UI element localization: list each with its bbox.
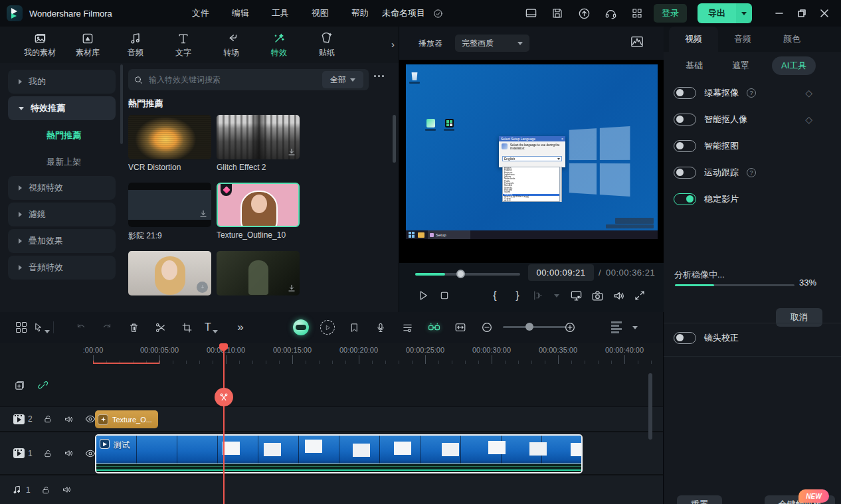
download-icon[interactable] xyxy=(287,147,296,157)
more-tools-icon[interactable]: » xyxy=(233,319,248,335)
apps-grid-icon[interactable] xyxy=(627,5,647,22)
tab-audio[interactable]: 音频 xyxy=(112,32,159,58)
smart-cutout-toggle[interactable] xyxy=(674,140,696,152)
timeline-zoom-slider[interactable] xyxy=(503,326,567,328)
mute-icon[interactable] xyxy=(61,484,73,496)
export-button[interactable]: 导出 xyxy=(698,3,752,23)
effect-item-texture-outline[interactable]: Texture_Outline_10 xyxy=(217,183,300,240)
menu-edit[interactable]: 编辑 xyxy=(232,7,249,19)
clip-texture-outline[interactable]: Texture_O... xyxy=(95,410,158,428)
menu-file[interactable]: 文件 xyxy=(192,7,209,19)
link-clips-icon[interactable] xyxy=(36,378,50,392)
upload-cloud-icon[interactable] xyxy=(574,5,594,22)
help-icon[interactable]: ? xyxy=(747,168,756,177)
lock-icon[interactable] xyxy=(42,413,54,425)
tab-my-media[interactable]: 我的素材 xyxy=(16,32,64,58)
track-height-icon[interactable] xyxy=(608,319,624,335)
voiceover-mic-icon[interactable] xyxy=(373,319,389,335)
close-button[interactable] xyxy=(813,0,836,27)
subtab-basic[interactable]: 基础 xyxy=(686,60,703,72)
delete-icon[interactable] xyxy=(126,319,141,335)
ai-portrait-toggle[interactable] xyxy=(674,114,696,126)
undo-icon[interactable] xyxy=(73,319,89,335)
filter-dropdown[interactable]: 全部 xyxy=(322,71,363,88)
zoom-out-icon[interactable] xyxy=(479,319,495,335)
audio-mixer-icon[interactable] xyxy=(399,319,415,335)
display-device-button[interactable] xyxy=(568,288,584,303)
clip-test-video[interactable]: 测试 xyxy=(95,434,583,473)
tab-color[interactable]: 颜色 xyxy=(767,27,816,52)
scene-detection-icon[interactable] xyxy=(426,319,442,335)
subtab-mask[interactable]: 遮罩 xyxy=(732,60,749,72)
marker-icon[interactable] xyxy=(346,319,362,335)
menu-help[interactable]: 帮助 xyxy=(351,7,369,19)
play-button[interactable] xyxy=(415,288,431,303)
support-headset-icon[interactable] xyxy=(601,5,620,22)
sidebar-item-newest[interactable]: 最新上架 xyxy=(47,156,81,168)
auto-ripple-icon[interactable] xyxy=(452,319,468,335)
restore-button[interactable] xyxy=(791,0,813,27)
effect-item-portrait[interactable] xyxy=(128,251,211,295)
seek-handle[interactable] xyxy=(456,270,465,278)
select-tool-icon[interactable] xyxy=(34,319,50,335)
zoom-in-icon[interactable] xyxy=(562,319,578,335)
reset-button[interactable]: 重置 xyxy=(677,495,722,504)
playhead-split-button[interactable] xyxy=(215,388,233,406)
downloading-icon[interactable] xyxy=(197,282,208,293)
trim-button[interactable] xyxy=(530,288,546,303)
ai-copilot-icon[interactable] xyxy=(293,319,309,335)
green-screen-toggle[interactable] xyxy=(674,87,696,99)
effects-scrollbar[interactable] xyxy=(393,115,396,163)
screen-recorder-icon[interactable] xyxy=(521,5,541,22)
login-button[interactable]: 登录 xyxy=(654,4,687,23)
effect-item-vcr[interactable]: VCR Distortion xyxy=(128,115,211,172)
media-layout-icon[interactable] xyxy=(13,319,29,335)
playhead[interactable] xyxy=(223,343,225,504)
lock-icon[interactable] xyxy=(40,484,52,496)
more-options-icon[interactable] xyxy=(374,75,387,77)
mute-icon[interactable] xyxy=(63,413,75,425)
stop-button[interactable] xyxy=(436,288,452,303)
cancel-button[interactable]: 取消 xyxy=(776,308,822,327)
redo-icon[interactable] xyxy=(99,319,115,335)
trim-dropdown[interactable] xyxy=(549,288,565,303)
render-preview-icon[interactable] xyxy=(320,319,335,335)
mark-out-button[interactable]: } xyxy=(510,288,525,303)
split-scissors-icon[interactable] xyxy=(152,319,168,335)
sidebar-item-filters[interactable]: 濾鏡 xyxy=(8,203,116,226)
minimize-button[interactable] xyxy=(768,0,791,27)
menu-view[interactable]: 视图 xyxy=(312,7,329,19)
stabilization-toggle[interactable] xyxy=(674,193,696,205)
tab-effects[interactable]: 特效 xyxy=(255,32,303,58)
sidebar-item-mine[interactable]: 我的 xyxy=(8,70,116,94)
sidebar-item-hot[interactable]: 熱門推薦 xyxy=(47,129,81,141)
tab-audio-props[interactable]: 音频 xyxy=(718,27,767,52)
volume-button[interactable] xyxy=(610,288,626,303)
lens-correction-toggle[interactable] xyxy=(674,332,696,344)
subtab-ai-tools[interactable]: AI工具 xyxy=(772,56,816,75)
effect-item-dark[interactable] xyxy=(217,251,300,295)
lock-icon[interactable] xyxy=(42,448,54,460)
help-icon[interactable]: ? xyxy=(747,88,756,98)
timeline-ruler[interactable]: :00:00 00:00:05:00 00:00:10:00 00:00:15:… xyxy=(0,343,663,370)
mark-in-button[interactable]: { xyxy=(487,288,503,303)
add-marker-icon[interactable] xyxy=(12,378,27,392)
download-icon[interactable] xyxy=(199,209,208,218)
quality-dropdown[interactable]: 完整画质 xyxy=(455,35,529,52)
crop-icon[interactable] xyxy=(179,319,195,335)
tab-text[interactable]: 文字 xyxy=(159,32,207,58)
search-input[interactable] xyxy=(149,75,302,84)
download-icon[interactable] xyxy=(287,284,296,293)
effects-search[interactable]: 全部 xyxy=(128,69,369,90)
sidebar-item-recommended[interactable]: 特效推薦 xyxy=(8,96,116,120)
scopes-icon[interactable] xyxy=(630,36,644,50)
text-tool-icon[interactable]: T xyxy=(203,319,219,335)
track-height-dropdown[interactable] xyxy=(627,319,643,335)
zoom-slider-handle[interactable] xyxy=(525,323,533,331)
tabs-expand-chevron[interactable]: › xyxy=(391,39,395,50)
menu-tools[interactable]: 工具 xyxy=(272,7,289,19)
timeline-scrollbar[interactable] xyxy=(648,373,652,440)
hide-track-eye-icon[interactable] xyxy=(84,448,96,460)
fullscreen-button[interactable] xyxy=(632,288,648,303)
effect-item-cinema[interactable]: 影院 21:9 xyxy=(128,183,211,242)
